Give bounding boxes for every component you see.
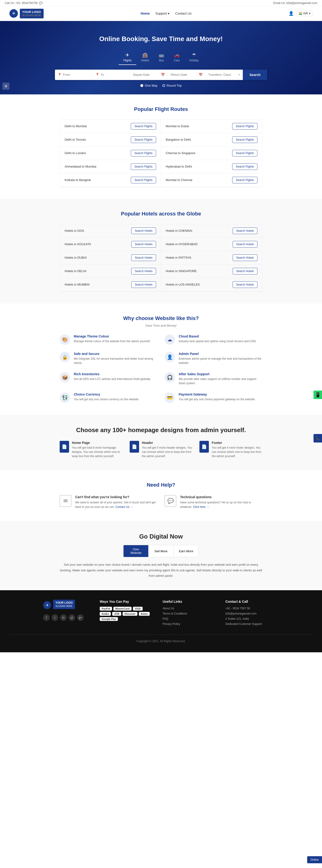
social-youtube-icon[interactable]: yt	[69, 614, 75, 621]
return-field[interactable]: 📅	[168, 70, 206, 80]
phone-float-button[interactable]: 📞	[314, 434, 322, 442]
why-item: ☁ Cloud Based Industry best speed and up…	[165, 334, 262, 345]
why-feature-title: Choice Currency	[74, 393, 139, 396]
tab-holiday[interactable]: ☂ Holiday	[185, 50, 204, 65]
why-feature-desc: Get all GDS and LCC airlines and Interna…	[74, 377, 151, 381]
footer-logo-text: YOUR LOGO SLOGAN HERE	[53, 600, 75, 609]
social-gplus-icon[interactable]: g+	[77, 614, 84, 621]
whatsapp-float-button[interactable]: 📱	[314, 391, 322, 399]
navbar: ✈ YOUR LOGO SLOGAN HERE Home Support ▾ C…	[0, 6, 322, 21]
one-way-option[interactable]: One Way	[140, 84, 157, 87]
why-feature-title: Rich Inventories	[74, 372, 151, 376]
search-button[interactable]: Search	[243, 70, 267, 80]
currency-selector[interactable]: 🇮🇳 INR ▾	[296, 11, 313, 16]
logo: ✈ YOUR LOGO SLOGAN HERE	[9, 9, 44, 19]
footer-logo-line1: YOUR LOGO	[56, 601, 73, 604]
search-flights-button[interactable]: Search Flights	[131, 177, 156, 183]
tab-hotels[interactable]: 🏨 Hotels	[136, 50, 154, 65]
flight-route-item: Kolkata to Bangkok Search Flights	[60, 174, 161, 187]
why-feature-text: Cloud Based Industry best speed and upti…	[179, 334, 256, 343]
search-hotels-button[interactable]: Search Hotels	[232, 254, 257, 261]
search-hotels-button[interactable]: Search Hotels	[232, 281, 257, 288]
settings-button[interactable]: ⚙	[2, 83, 9, 90]
search-flights-button[interactable]: Search Flights	[131, 123, 156, 130]
search-flights-button[interactable]: Search Flights	[131, 150, 156, 156]
one-way-radio[interactable]	[140, 84, 143, 87]
why-subtitle: Save Time and Money!	[9, 324, 313, 327]
contact-support: Dedicated Customer Support	[225, 622, 279, 626]
search-flights-button[interactable]: Search Flights	[232, 177, 257, 183]
search-flights-button[interactable]: Search Flights	[232, 123, 257, 130]
payment-icon: VISA	[133, 607, 143, 611]
why-feature-title: Manage Theme Colour	[74, 334, 151, 338]
search-hotels-button[interactable]: Search Hotels	[131, 268, 156, 275]
footer-link[interactable]: About Us	[163, 607, 216, 610]
depart-field[interactable]: 📅	[130, 70, 168, 80]
flight-route-item: Delhi to London Search Flights	[60, 147, 161, 160]
nav-contact[interactable]: Contact Us	[175, 11, 191, 16]
hotel-item: Hotels in DELHI Search Hotels	[60, 265, 161, 278]
why-feature-icon: 🔒	[60, 352, 70, 362]
design-text: Home Page You will get total 6 more home…	[72, 441, 122, 458]
digital-tab[interactable]: Earn More	[174, 545, 199, 557]
round-trip-radio[interactable]	[162, 84, 165, 87]
travellers-field[interactable]: ▾	[206, 70, 243, 80]
whatsapp-icon: 💬	[39, 1, 43, 5]
route-label: Mumbai to Chennai	[166, 178, 192, 182]
search-hotels-button[interactable]: Search Hotels	[131, 254, 156, 261]
why-feature-icon: 💱	[60, 393, 70, 403]
payment-icon: Discover	[122, 612, 137, 616]
designs-title: Choose any 100+ homepage designs from ad…	[9, 427, 313, 434]
hero-title: Online Booking. Save Time and Money!	[5, 35, 317, 43]
search-flights-button[interactable]: Search Flights	[232, 136, 257, 143]
search-flights-button[interactable]: Search Flights	[232, 163, 257, 170]
search-hotels-button[interactable]: Search Hotels	[131, 241, 156, 248]
hotel-label: Hotels in KOLKATA	[65, 242, 91, 246]
nav-support[interactable]: Support ▾	[155, 11, 170, 16]
why-feature-text: Rich Inventories Get all GDS and LCC air…	[74, 372, 151, 381]
search-hotels-button[interactable]: Search Hotels	[232, 268, 257, 275]
hotel-item: Hotels in LOS ANGELES Search Hotels	[161, 278, 262, 291]
travellers-input[interactable]	[208, 73, 237, 76]
why-choose-section: Why choose Website like this? Save Time …	[0, 304, 322, 415]
nav-home[interactable]: Home	[141, 11, 150, 16]
tab-flights[interactable]: ✈ Flights	[118, 50, 136, 65]
depart-input[interactable]	[133, 73, 159, 76]
help-link[interactable]: Contact Us →	[115, 505, 133, 508]
search-hotels-button[interactable]: Search Hotels	[232, 241, 257, 248]
search-hotels-button[interactable]: Search Hotels	[131, 227, 156, 234]
logo-box: YOUR LOGO SLOGAN HERE	[20, 9, 44, 19]
search-flights-button[interactable]: Search Flights	[232, 150, 257, 156]
digital-tab[interactable]: Sell More	[148, 545, 174, 557]
help-item-title: Technical questions	[180, 495, 262, 499]
why-feature-text: Payment Gateway You will get any one cho…	[179, 393, 255, 401]
search-flights-button[interactable]: Search Flights	[131, 136, 156, 143]
hotel-item: Hotels in KOLKATA Search Hotels	[60, 238, 161, 251]
bus-icon: 🚌	[158, 52, 164, 58]
social-twitter-icon[interactable]: t	[51, 614, 58, 621]
footer-link[interactable]: Terms & Conditions	[163, 612, 216, 615]
user-icon[interactable]: 👤	[289, 11, 294, 16]
why-feature-text: Safe and Secure We integrate SSL for sec…	[74, 352, 157, 365]
tab-cars[interactable]: 🚗 Cars	[169, 50, 184, 65]
design-text: Footer You will get 4 more footer design…	[212, 441, 262, 458]
search-bar: 📍 📍 📅 📅 ▾ Search	[55, 70, 267, 80]
search-hotels-button[interactable]: Search Hotels	[232, 227, 257, 234]
round-trip-option[interactable]: Round Trip	[162, 84, 182, 87]
footer-link[interactable]: FAQ	[163, 617, 216, 620]
return-input[interactable]	[171, 73, 197, 76]
to-input[interactable]	[101, 73, 127, 76]
tab-bus[interactable]: 🚌 Bus	[154, 50, 169, 65]
social-facebook-icon[interactable]: f	[43, 614, 50, 621]
social-linkedin-icon[interactable]: in	[60, 614, 67, 621]
to-field[interactable]: 📍	[93, 70, 130, 80]
search-flights-button[interactable]: Search Flights	[131, 163, 156, 170]
from-input[interactable]	[63, 73, 90, 76]
from-field[interactable]: 📍	[55, 70, 93, 80]
flight-route-item: Delhi to Toronto Search Flights	[60, 133, 161, 147]
search-hotels-button[interactable]: Search Hotels	[131, 281, 156, 288]
help-link[interactable]: Click here →	[193, 505, 209, 508]
footer-link[interactable]: Privacy Policy	[163, 622, 216, 626]
digital-tab[interactable]: Own Website	[123, 545, 148, 557]
travel-tabs: ✈ Flights 🏨 Hotels 🚌 Bus 🚗 Cars ☂ Holida…	[5, 50, 317, 65]
